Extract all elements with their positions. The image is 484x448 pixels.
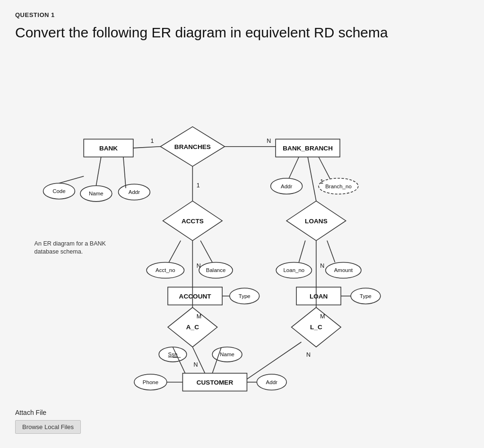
lc-label: L_C <box>310 324 322 331</box>
attr-loan-no-label: Loan_no <box>283 267 304 273</box>
branches-label: BRANCHES <box>174 143 211 150</box>
bank-label: BANK <box>99 145 118 152</box>
ac-label: A_C <box>186 324 199 331</box>
accts-label: ACCTS <box>182 218 204 225</box>
attr-amount-label: Amount <box>334 267 353 273</box>
attr-code-label: Code <box>52 188 66 194</box>
account-label: ACCOUNT <box>179 293 212 300</box>
line-ac-customer <box>192 347 205 373</box>
line-branch-no <box>319 157 330 179</box>
line-loan-no <box>299 241 305 263</box>
line-lc-customer <box>247 342 301 379</box>
browse-local-files-button[interactable]: Browse Local Files <box>15 420 81 434</box>
card-lc-customer: N <box>306 351 311 358</box>
line-acct-no <box>169 241 181 263</box>
diagram-note-line1: An ER diagram for a BANK <box>35 240 106 247</box>
line-bankbranch-loans <box>308 157 316 201</box>
card-accts-account: N <box>197 263 201 269</box>
attr-branch-no-label: Branch_no <box>325 184 352 189</box>
attr-type-loan-label: Type <box>360 293 372 299</box>
loan-label: LOAN <box>310 293 328 300</box>
attr-addr-cust-label: Addr <box>266 379 277 385</box>
attr-name-bank-label: Name <box>89 191 104 196</box>
question-label: QUESTION 1 <box>15 11 469 18</box>
attach-label: Attach File <box>15 409 81 416</box>
loans-label: LOANS <box>305 218 328 225</box>
card-bankbranch-loans: 1 <box>320 178 323 185</box>
card-ac-customer: N <box>193 361 198 368</box>
attr-addr-bank-label: Addr <box>129 189 140 195</box>
line-bank-branches <box>133 147 161 148</box>
card-account-ac: M <box>197 313 201 320</box>
card-loan-lc: M <box>320 313 325 320</box>
attr-balance-label: Balance <box>206 267 226 273</box>
attr-name-cust-label: Name <box>220 351 234 357</box>
diagram-note-line2: database schema. <box>35 248 83 255</box>
card-loans-loan: N <box>320 263 324 269</box>
attr-addr-branch-label: Addr <box>281 184 292 189</box>
card-branches-accts: 1 <box>197 182 200 189</box>
card-branches-bankbranch: N <box>267 138 271 144</box>
attr-phone-label: Phone <box>143 379 158 385</box>
line-balance <box>200 241 212 263</box>
attr-acct-no-label: Acct_no <box>156 267 175 273</box>
line-addr-bank <box>123 157 126 188</box>
line-code-bank <box>59 176 84 184</box>
main-title: Convert the following ER diagram in equi… <box>15 24 469 41</box>
diagram-area: BANK Code Name Addr BRANCHES 1 BANK_BRA <box>15 53 469 374</box>
card-bank-branches: 1 <box>150 138 154 144</box>
line-addr-branch <box>289 157 299 178</box>
line-amount <box>327 241 335 263</box>
bank-branch-label: BANK_BRANCH <box>283 145 333 152</box>
line-name-bank <box>96 157 101 186</box>
attr-type-account-label: Type <box>239 293 251 299</box>
er-diagram: BANK Code Name Addr BRANCHES 1 BANK_BRA <box>15 53 469 374</box>
customer-label: CUSTOMER <box>197 379 233 386</box>
